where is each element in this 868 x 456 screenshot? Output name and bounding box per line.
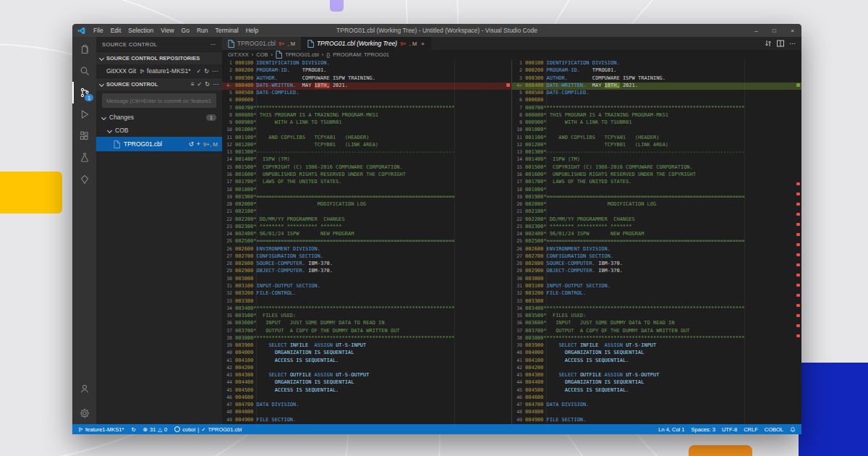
code-line[interactable]: 22002200* DD/MM/YY PROGRAMMER CHANGES — [222, 216, 511, 224]
code-line[interactable]: 31003100 INPUT-OUTPUT SECTION. — [512, 283, 801, 290]
code-line[interactable]: 41004100 ACCESS IS SEQUENTIAL. — [222, 358, 511, 365]
code-line[interactable]: 3000300 AUTHOR. COMPUWARE ISPW TRAINING. — [222, 75, 511, 83]
code-line[interactable]: 28002800 SOURCE-COMPUTER. IBM-370. — [512, 261, 801, 268]
code-line[interactable]: 7000700*********************************… — [222, 105, 511, 112]
code-line[interactable]: 46004600 — [222, 394, 511, 402]
repository-row[interactable]: GitXXX Git feature1-MKS1* ✓ ↻ ⋯ — [96, 64, 222, 77]
settings-button[interactable] — [72, 402, 96, 424]
code-line[interactable]: 30003000 — [512, 276, 801, 283]
code-line[interactable]: 40004000 ORGANIZATION IS SEQUENTIAL — [512, 350, 801, 357]
breadcrumb-file[interactable]: TPROG01.cbl — [285, 51, 319, 58]
code-line[interactable]: 49004900 FILE SECTION. — [512, 417, 801, 424]
account-button[interactable] — [72, 378, 96, 402]
code-line[interactable]: 17001700* LAWS OF THE UNITED STATES. — [222, 179, 511, 186]
sync-status-item[interactable]: ↻ — [131, 426, 135, 433]
language-status-item[interactable]: cobol | ✓ TPROG01.cbl — [174, 426, 242, 433]
menu-help[interactable]: Help — [242, 27, 262, 34]
language-mode-item[interactable]: COBOL — [765, 426, 783, 433]
code-line[interactable]: 31003100 INPUT-OUTPUT SECTION. — [222, 283, 511, 290]
diff-pane-modified[interactable]: 1000100 IDENTIFICATION DIVISION.2000200 … — [511, 59, 801, 424]
tab-tprog01-working-tree[interactable]: TPROG01.cbl (Working Tree) 9+, M × — [302, 37, 431, 50]
code-line[interactable]: 42004200 — [222, 365, 511, 372]
code-line[interactable]: 2000200 PROGRAM-ID. TPROG01. — [512, 67, 801, 75]
code-line[interactable]: 37003700* OUTPUT A COPY OF THE DUMMY DAT… — [512, 328, 801, 335]
breadcrumb-repo[interactable]: GIT:XXX — [228, 51, 249, 58]
code-line[interactable]: 24002400* 96/01/24 ISPW NEW PROGRAM — [512, 231, 801, 238]
code-line[interactable]: 20002000* MODIFICATION LOG — [222, 201, 511, 208]
code-line[interactable]: 14001400* ISPW (TM) — [222, 156, 511, 164]
code-line[interactable]: 21002100* — [222, 208, 511, 216]
code-line[interactable]: 6000600 — [512, 97, 801, 104]
branch-status-item[interactable]: feature1-MKS1* — [78, 426, 124, 433]
code-line[interactable]: 18001800* — [512, 187, 801, 194]
sidebar-item-test[interactable] — [72, 147, 96, 169]
code-line[interactable]: 16001600* UNPUBLISHED RIGHTS RESERVED UN… — [222, 172, 511, 179]
code-line[interactable]: 26002600 ENVIRONMENT DIVISION. — [512, 246, 801, 253]
commit-check-icon[interactable]: ✓ — [197, 68, 202, 75]
more-actions-icon[interactable]: ⋯ — [210, 41, 216, 48]
code-line[interactable]: 4-000400 DATE-WRITTEN. MAY 18TH, 2021. — [222, 83, 511, 90]
code-line[interactable]: 8000800* THIS PROGRAM IS A TRAINING PROG… — [512, 112, 801, 119]
code-line[interactable]: 21002100* — [512, 208, 801, 216]
breadcrumb-symbol[interactable]: PROGRAM: TPROG01 — [333, 51, 389, 58]
changes-group[interactable]: Changes 1 — [96, 111, 222, 124]
code-line[interactable]: 19001900*===============================… — [222, 194, 511, 201]
section-source-control[interactable]: SOURCE CONTROL ≡ ✓ ↻ ⋯ — [96, 77, 222, 90]
code-line[interactable]: 38003800********************************… — [512, 335, 801, 342]
code-line[interactable]: 4+000400 DATE-WRITTEN. MAY 10TH, 2021. — [512, 83, 801, 90]
code-line[interactable]: 15001500* COPYRIGHT (C) 1986-2016 COMPUW… — [512, 164, 801, 172]
code-line[interactable]: 40004000 ORGANIZATION IS SEQUENTIAL — [222, 350, 511, 357]
code-line[interactable]: 44004400 ORGANIZATION IS SEQUENTIAL — [512, 379, 801, 387]
menu-file[interactable]: File — [90, 27, 107, 34]
code-line[interactable]: 5000500 DATE-COMPILED. — [512, 90, 801, 97]
sidebar-item-extensions[interactable] — [72, 125, 96, 147]
code-line[interactable]: 13001300*-------------------------------… — [512, 149, 801, 156]
code-line[interactable]: 7000700*********************************… — [512, 105, 801, 112]
code-line[interactable]: 11001100* AND COPYLIBS TCPYA01 (HEADER) — [512, 135, 801, 142]
bell-icon[interactable] — [790, 426, 796, 433]
encoding-item[interactable]: UTF-8 — [722, 426, 737, 433]
code-line[interactable]: 27002700 CONFIGURATION SECTION. — [512, 253, 801, 261]
code-line[interactable]: 28002800 SOURCE-COMPUTER. IBM-370. — [222, 261, 511, 268]
code-line[interactable]: 42004200 — [512, 365, 801, 372]
code-line[interactable]: 16001600* UNPUBLISHED RIGHTS RESERVED UN… — [512, 172, 801, 179]
code-line[interactable]: 1000100 IDENTIFICATION DIVISION. — [222, 60, 511, 67]
code-line[interactable]: 18001800* — [222, 187, 511, 194]
code-line[interactable]: 26002600 ENVIRONMENT DIVISION. — [222, 246, 511, 253]
code-line[interactable]: 19001900*===============================… — [512, 194, 801, 201]
swap-sides-icon[interactable] — [765, 40, 772, 47]
code-line[interactable]: 27002700 CONFIGURATION SECTION. — [222, 253, 511, 261]
code-line[interactable]: 23002300* ******** ********** ******* — [222, 224, 511, 231]
menu-view[interactable]: View — [157, 27, 177, 34]
code-line[interactable]: 8000800* THIS PROGRAM IS A TRAINING PROG… — [222, 112, 511, 119]
menu-edit[interactable]: Edit — [107, 27, 125, 34]
code-line[interactable]: 6000600 — [222, 97, 511, 104]
code-line[interactable]: 48004800 — [512, 409, 801, 416]
code-line[interactable]: 29002900 OBJECT-COMPUTER. IBM-370. — [222, 268, 511, 275]
menu-terminal[interactable]: Terminal — [212, 27, 242, 34]
sidebar-item-run-debug[interactable] — [72, 104, 96, 125]
code-line[interactable]: 32003200 FILE-CONTROL. — [512, 290, 801, 297]
discard-changes-icon[interactable]: ↺ — [189, 140, 194, 148]
refresh-icon[interactable]: ↻ — [204, 68, 209, 75]
code-line[interactable]: 20002000* MODIFICATION LOG — [512, 201, 801, 208]
view-as-list-icon[interactable]: ≡ — [191, 81, 195, 88]
code-line[interactable]: 45004500 ACCESS IS SEQUENTIAL. — [222, 387, 511, 394]
code-line[interactable]: 17001700* LAWS OF THE UNITED STATES. — [512, 179, 801, 186]
more-actions-icon[interactable]: ⋯ — [213, 81, 218, 88]
cursor-position-item[interactable]: Ln 4, Col 1 — [658, 426, 684, 433]
code-line[interactable]: 44004400 ORGANIZATION IS SEQUENTIAL — [222, 379, 511, 387]
problems-status-item[interactable]: ⊗ 31 △ 0 — [143, 426, 168, 433]
code-line[interactable]: 47004700 DATA DIVISION. — [512, 402, 801, 409]
code-line[interactable]: 14001400* ISPW (TM) — [512, 156, 801, 164]
diff-pane-original[interactable]: 1000100 IDENTIFICATION DIVISION.2000200 … — [222, 59, 511, 424]
code-line[interactable]: 39003900 SELECT INFILE ASSIGN UT-S-INPUT — [222, 342, 511, 350]
code-line[interactable]: 2000200 PROGRAM-ID. TPROG01. — [222, 67, 511, 75]
code-line[interactable]: 9000900* WITH A LINK TO TSUBR01 — [512, 119, 801, 127]
code-line[interactable]: 1000100 IDENTIFICATION DIVISION. — [512, 60, 801, 67]
close-tab-icon[interactable]: × — [421, 41, 425, 47]
code-line[interactable]: 29002900 OBJECT-COMPUTER. IBM-370. — [512, 268, 801, 275]
code-line[interactable]: 24002400* 96/01/24 ISPW NEW PROGRAM — [222, 231, 511, 238]
more-actions-icon[interactable]: ⋯ — [789, 40, 796, 47]
code-line[interactable]: 3000300 AUTHOR. COMPUWARE ISPW TRAINING. — [512, 75, 801, 83]
